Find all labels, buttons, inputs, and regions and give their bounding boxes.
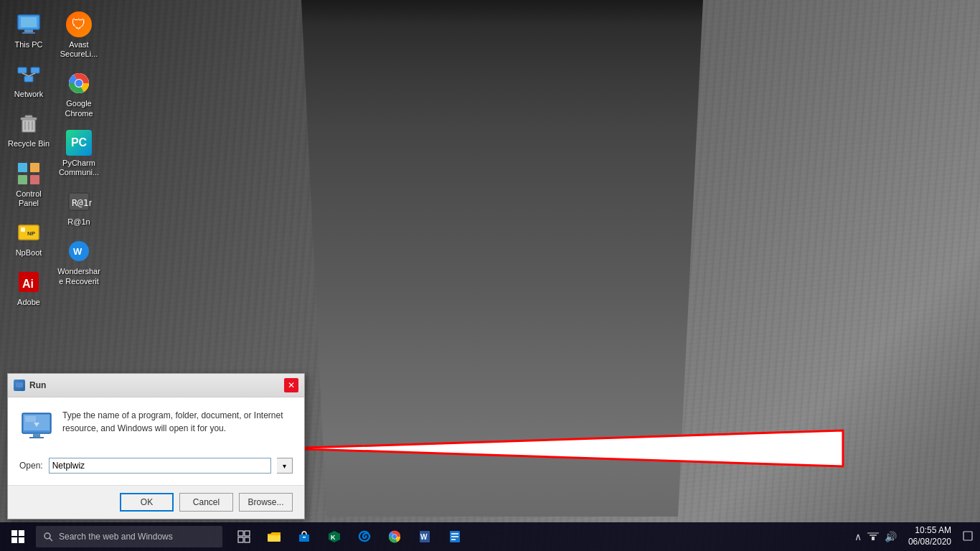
- svg-rect-44: [19, 537, 24, 543]
- desktop-icon-label-r1n: R@1n: [67, 217, 90, 227]
- svg-rect-52: [299, 534, 309, 542]
- desktop-icon-label-npboot: NpBoot: [16, 248, 42, 258]
- svg-rect-11: [25, 116, 32, 118]
- svg-rect-42: [19, 530, 24, 536]
- desktop-icon-label-network: Network: [14, 90, 43, 99]
- svg-rect-4: [18, 67, 27, 73]
- svg-rect-66: [867, 532, 879, 534]
- desktop-icon-wondershare[interactable]: W Wondershare Recoverit: [54, 234, 104, 288]
- run-body: Type the name of a program, folder, docu…: [8, 397, 304, 485]
- svg-rect-37: [29, 437, 44, 438]
- svg-text:K: K: [331, 534, 336, 541]
- svg-rect-35: [25, 416, 36, 422]
- system-clock[interactable]: 10:55 AM 06/08/2020: [903, 525, 957, 547]
- notification-center-icon[interactable]: [961, 529, 974, 545]
- desktop-icon-network[interactable]: Network: [4, 57, 54, 102]
- run-title-icon: [14, 380, 25, 391]
- desktop-icon-control-panel[interactable]: Control Panel: [4, 156, 54, 211]
- desktop-icon-npboot[interactable]: NP NpBoot: [4, 215, 54, 260]
- run-titlebar: Run ✕: [8, 374, 304, 397]
- desktop: This PC Network: [0, 0, 980, 551]
- svg-point-45: [44, 533, 50, 539]
- svg-rect-63: [451, 539, 456, 540]
- pycharm-icon: PC: [65, 128, 93, 157]
- taskbar-icon-app8[interactable]: [440, 522, 469, 551]
- clock-date: 06/08/2020: [908, 537, 951, 548]
- avast-icon: 🛡: [65, 10, 93, 39]
- desktop-icon-this-pc[interactable]: This PC: [4, 7, 54, 52]
- taskbar-pinned-icons: K: [230, 522, 469, 551]
- taskbar-icon-task-view[interactable]: [230, 522, 258, 551]
- svg-rect-47: [238, 531, 243, 536]
- svg-line-7: [22, 73, 29, 76]
- desktop-icon-label-adobe: Adobe: [17, 298, 40, 307]
- svg-rect-41: [11, 530, 17, 536]
- desktop-icon-label-chrome: Google Chrome: [57, 99, 101, 118]
- desktop-icon-adobe[interactable]: Ai Adobe: [4, 265, 54, 310]
- svg-point-57: [392, 534, 397, 539]
- desktop-icons-col2: 🛡 Avast SecureLi... Google Chrome: [54, 7, 104, 292]
- taskbar-icon-word[interactable]: W: [410, 522, 439, 551]
- r1n-icon: R@1n: [65, 187, 93, 216]
- svg-rect-36: [33, 433, 40, 437]
- desktop-icon-label-wondershare: Wondershare Recoverit: [57, 267, 101, 286]
- network-icon: [14, 60, 43, 88]
- taskbar-search-text: Search the web and Windows: [59, 532, 173, 542]
- desktop-icon-label-recycle: Recycle Bin: [8, 139, 50, 149]
- chrome-icon: [65, 69, 93, 98]
- svg-rect-43: [11, 537, 17, 543]
- run-ok-button[interactable]: OK: [120, 493, 174, 512]
- taskbar-search[interactable]: Search the web and Windows: [36, 526, 222, 547]
- npboot-icon: NP: [14, 218, 43, 247]
- tray-chevron-icon[interactable]: ∧: [853, 529, 863, 544]
- svg-rect-31: [16, 382, 23, 387]
- run-open-row: Open: ▾: [19, 458, 293, 474]
- taskbar-icon-kaspersky[interactable]: K: [320, 522, 349, 551]
- svg-text:W: W: [73, 246, 83, 257]
- taskbar-icon-file-explorer[interactable]: [260, 522, 288, 551]
- desktop-icon-avast[interactable]: 🛡 Avast SecureLi...: [54, 7, 104, 62]
- adobe-icon: Ai: [14, 268, 43, 296]
- taskbar-icon-store[interactable]: [290, 522, 319, 551]
- svg-point-26: [75, 80, 83, 87]
- run-description: Type the name of a program, folder, docu…: [62, 409, 293, 435]
- desktop-icon-recycle-bin[interactable]: Recycle Bin: [4, 106, 54, 151]
- svg-text:NP: NP: [27, 230, 36, 237]
- svg-rect-16: [30, 163, 39, 172]
- desktop-icon-r-at-1n[interactable]: R@1n R@1n: [54, 184, 104, 230]
- run-dialog: Run ✕: [7, 373, 305, 519]
- svg-rect-15: [18, 163, 27, 172]
- run-content: Type the name of a program, folder, docu…: [19, 409, 293, 446]
- wondershare-icon: W: [65, 237, 93, 265]
- svg-rect-67: [963, 532, 972, 540]
- taskbar-icon-chrome[interactable]: [380, 522, 409, 551]
- desktop-background: [251, 0, 753, 517]
- recycle-bin-icon: [14, 109, 43, 138]
- svg-rect-20: [21, 227, 25, 232]
- desktop-icon-pycharm[interactable]: PC PyCharm Communi...: [54, 126, 104, 180]
- run-close-button[interactable]: ✕: [284, 378, 298, 392]
- svg-rect-18: [30, 175, 39, 184]
- run-open-label: Open:: [19, 461, 43, 471]
- svg-line-46: [50, 538, 52, 541]
- tray-network-icon[interactable]: [866, 529, 880, 545]
- svg-text:W: W: [420, 533, 428, 541]
- run-browse-button[interactable]: Browse...: [239, 493, 293, 512]
- desktop-icon-chrome[interactable]: Google Chrome: [54, 66, 104, 121]
- svg-rect-50: [245, 537, 250, 542]
- run-dropdown-button[interactable]: ▾: [277, 458, 293, 474]
- desktop-icon-label-control-panel: Control Panel: [6, 189, 51, 208]
- start-button[interactable]: [0, 522, 36, 551]
- run-buttons: OK Cancel Browse...: [8, 485, 304, 519]
- run-input[interactable]: [49, 458, 271, 474]
- svg-rect-65: [870, 534, 877, 536]
- svg-text:R@1n: R@1n: [72, 197, 92, 208]
- run-cancel-button[interactable]: Cancel: [179, 493, 233, 512]
- svg-line-8: [29, 73, 35, 76]
- tray-speaker-icon[interactable]: 🔊: [883, 529, 898, 544]
- svg-rect-2: [24, 29, 33, 32]
- taskbar-icon-edge[interactable]: [350, 522, 379, 551]
- svg-rect-6: [24, 76, 33, 82]
- svg-rect-3: [22, 32, 35, 34]
- run-title-text: Run: [29, 380, 280, 390]
